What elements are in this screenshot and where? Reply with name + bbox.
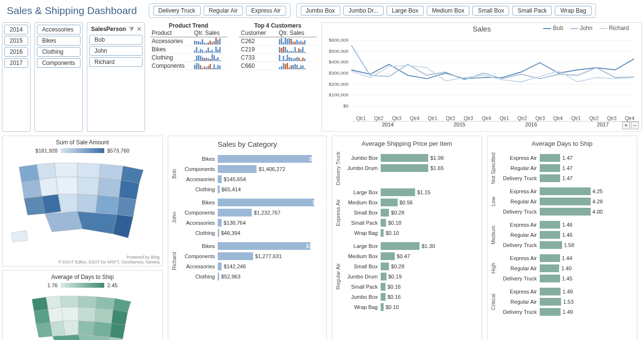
bar[interactable] xyxy=(540,231,560,239)
clear-filter-icon[interactable]: ✕ xyxy=(137,26,142,32)
bar[interactable] xyxy=(540,298,561,306)
bar[interactable] xyxy=(540,254,560,262)
salesperson-btn-john[interactable]: John xyxy=(89,46,143,56)
bar-value: 1.49 xyxy=(561,289,573,294)
bar-cat: Jumbo Drum xyxy=(343,274,381,279)
bar-value: 1.47 xyxy=(560,175,572,181)
legend-bob[interactable]: Bob xyxy=(543,25,563,31)
bar[interactable] xyxy=(540,164,560,172)
bar-cat: Small Pack xyxy=(343,284,381,290)
bar[interactable] xyxy=(540,264,559,272)
container-btn-large-box[interactable]: Large Box xyxy=(386,6,424,15)
salesperson-btn-richard[interactable]: Richard xyxy=(89,57,143,67)
container-btn-jumbo-dr-[interactable]: Jumbo Dr... xyxy=(343,6,384,15)
bar[interactable] xyxy=(540,308,561,316)
year-btn-2016[interactable]: 2016 xyxy=(4,47,28,57)
bar[interactable] xyxy=(540,275,560,282)
bar-value: $48,394 xyxy=(219,230,241,236)
bar[interactable] xyxy=(218,252,253,260)
bar-cat: Regular Air xyxy=(498,199,540,204)
avg-ship-price-chart: Average Shipping Price per Item Delivery… xyxy=(332,136,482,340)
bar[interactable] xyxy=(381,188,415,196)
bar-cat: Small Box xyxy=(343,263,381,269)
bar[interactable] xyxy=(381,199,398,206)
year-btn-2017[interactable]: 2017 xyxy=(4,58,28,68)
bar[interactable] xyxy=(540,187,591,195)
shipmode-btn-express-air[interactable]: Express Air xyxy=(246,6,286,15)
bar[interactable] xyxy=(381,154,428,162)
cat-btn-clothing[interactable]: Clothing xyxy=(37,47,80,57)
bar[interactable] xyxy=(540,221,560,229)
container-btn-medium-box[interactable]: Medium Box xyxy=(427,6,470,15)
bar[interactable] xyxy=(540,288,561,295)
bar-cat: Express Air xyxy=(498,188,540,194)
bar[interactable] xyxy=(540,208,591,216)
year-btn-2014[interactable]: 2014 xyxy=(4,25,28,34)
days-map-high: 2.45 xyxy=(107,282,117,288)
group-richard: Richard xyxy=(171,240,179,283)
filter-icon[interactable]: ⧩ xyxy=(129,26,134,32)
bar[interactable] xyxy=(218,165,257,173)
bar[interactable] xyxy=(381,219,386,227)
bar-cat: Regular Air xyxy=(498,165,540,171)
bar-cat: Delivery Truck xyxy=(498,242,540,248)
cat-btn-bikes[interactable]: Bikes xyxy=(37,36,80,46)
bar-value: $0.16 xyxy=(386,284,401,290)
bar-value: $0.56 xyxy=(398,200,413,205)
bar-cat: Components xyxy=(179,210,218,216)
cat-btn-accessories[interactable]: Accessories xyxy=(37,25,80,34)
shipmode-btn-regular-air[interactable]: Regular Air xyxy=(204,6,243,15)
bar[interactable] xyxy=(381,263,389,270)
bar-value: $1,277,631 xyxy=(253,253,282,259)
bar-cat: Medium Box xyxy=(343,200,381,205)
salesperson-btn-bob[interactable]: Bob xyxy=(89,35,143,45)
sales-map[interactable]: Sum of Sale Amount $181,928 $573,760 xyxy=(2,136,163,266)
sales-map-low: $181,928 xyxy=(35,148,58,154)
bar-value: $52,963 xyxy=(219,274,241,279)
bar-cat: Bikes xyxy=(179,200,218,205)
container-btn-small-box[interactable]: Small Box xyxy=(472,6,509,15)
bar[interactable] xyxy=(381,293,386,301)
bar-value: 1.46 xyxy=(560,222,572,228)
legend-richard[interactable]: Richard xyxy=(599,25,629,31)
bar[interactable] xyxy=(218,155,312,163)
bar[interactable] xyxy=(540,198,591,205)
bar[interactable] xyxy=(218,209,252,216)
bar-cat: Small Pack xyxy=(343,220,381,226)
bar[interactable] xyxy=(381,273,386,280)
container-btn-jumbo-box[interactable]: Jumbo Box xyxy=(301,6,340,15)
bar-value: $0.16 xyxy=(386,294,401,300)
bar[interactable] xyxy=(381,242,419,250)
bar[interactable] xyxy=(381,252,395,260)
bar-cat: Clothing xyxy=(179,186,218,192)
container-btn-wrap-bag[interactable]: Wrap Bag xyxy=(555,6,591,15)
sales-zoom-out[interactable]: − xyxy=(631,122,639,129)
bar[interactable] xyxy=(218,175,222,183)
cat-btn-components[interactable]: Components xyxy=(37,58,80,68)
sales-zoom-in[interactable]: + xyxy=(622,122,630,129)
legend-john[interactable]: John xyxy=(570,25,593,31)
bar[interactable] xyxy=(540,154,560,162)
bar[interactable] xyxy=(381,164,428,172)
shipmode-btn-delivery-truck[interactable]: Delivery Truck xyxy=(153,6,201,15)
days-map[interactable]: Average of Days to Ship 1.76 2.45 xyxy=(2,270,163,340)
bar[interactable] xyxy=(218,219,222,227)
bar-value: $0.10 xyxy=(384,304,399,310)
salesperson-heading: SalesPerson xyxy=(91,26,126,32)
bar[interactable] xyxy=(540,174,560,182)
avg-ship-price-title: Average Shipping Price per Item xyxy=(335,140,479,147)
bar-cat: Delivery Truck xyxy=(498,276,540,281)
group-express-air: Express Air xyxy=(335,186,343,239)
bar-cat: Jumbo Box xyxy=(343,294,381,300)
bar[interactable] xyxy=(540,241,562,249)
bar[interactable] xyxy=(218,199,314,206)
svg-text:$0: $0 xyxy=(343,103,349,108)
year-btn-2015[interactable]: 2015 xyxy=(4,36,28,46)
container-btn-small-pack[interactable]: Small Pack xyxy=(512,6,552,15)
bar[interactable] xyxy=(218,263,222,270)
bar[interactable] xyxy=(218,242,310,250)
bar[interactable] xyxy=(381,283,386,291)
bar[interactable] xyxy=(381,209,389,216)
bar-value: 4.00 xyxy=(591,209,603,215)
ship-mode-slicer: Delivery TruckRegular AirExpress Air xyxy=(149,3,290,18)
